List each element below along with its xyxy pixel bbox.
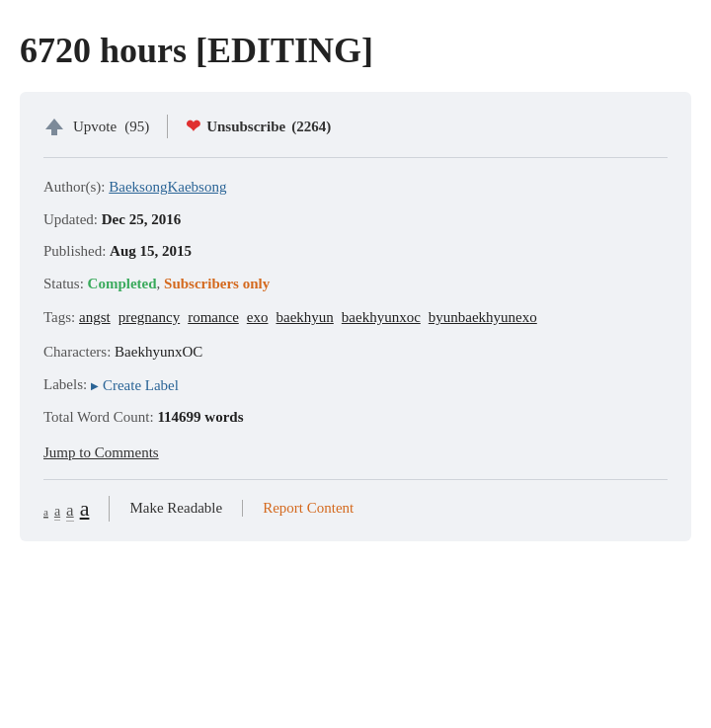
font-size-small[interactable]: a bbox=[43, 506, 48, 519]
published-label: Published: bbox=[43, 240, 106, 263]
svg-marker-0 bbox=[45, 119, 63, 135]
unsubscribe-count: (2264) bbox=[291, 119, 331, 135]
font-size-xlarge[interactable]: a bbox=[80, 496, 90, 522]
upvote-count: (95) bbox=[124, 119, 149, 135]
report-content-button[interactable]: Report Content bbox=[263, 500, 354, 517]
word-count-row: Total Word Count: 114699 words bbox=[43, 406, 668, 429]
tags-label: Tags: bbox=[43, 304, 75, 331]
upvote-icon bbox=[43, 116, 65, 137]
font-size-medium[interactable]: a bbox=[54, 504, 60, 521]
tag-byunbaekhyunexo[interactable]: byunbaekhyunexo bbox=[429, 304, 537, 331]
characters-row: Characters: BaekhyunxOC bbox=[43, 341, 668, 364]
heart-icon: ❤ bbox=[186, 116, 200, 137]
tag-baekhyun[interactable]: baekhyun bbox=[276, 304, 333, 331]
unsubscribe-button[interactable]: ❤ Unsubscribe (2264) bbox=[186, 112, 331, 141]
status-completed: Completed bbox=[88, 273, 157, 295]
jump-to-comments-container: Jump to Comments bbox=[43, 439, 668, 479]
updated-date: Dec 25, 2016 bbox=[102, 208, 181, 231]
word-count-value: 114699 words bbox=[157, 406, 243, 429]
updated-label: Updated: bbox=[43, 208, 98, 231]
labels-row: Labels: Create Label bbox=[43, 373, 668, 397]
tags-row: Tags: angst pregnancy romance exo baekhy… bbox=[43, 304, 668, 331]
author-link[interactable]: BaeksongKaebsong bbox=[109, 176, 226, 199]
status-label: Status: bbox=[43, 273, 84, 295]
published-date: Aug 15, 2015 bbox=[110, 240, 192, 263]
upvote-button[interactable]: Upvote (95) bbox=[43, 112, 149, 141]
characters-label: Characters: bbox=[43, 341, 111, 364]
word-count-label: Total Word Count: bbox=[43, 406, 154, 429]
status-row: Status: Completed, Subscribers only bbox=[43, 273, 668, 295]
unsubscribe-label: Unsubscribe bbox=[206, 119, 285, 135]
author-row: Author(s): BaeksongKaebsong bbox=[43, 176, 668, 199]
make-readable-button[interactable]: Make Readable bbox=[129, 500, 243, 517]
tag-baekhyunxoc[interactable]: baekhyunxoc bbox=[342, 304, 421, 331]
updated-row: Updated: Dec 25, 2016 bbox=[43, 208, 668, 231]
tag-pregnancy[interactable]: pregnancy bbox=[118, 304, 180, 331]
status-subscribers: Subscribers only bbox=[164, 273, 270, 295]
font-size-large[interactable]: a bbox=[66, 501, 74, 522]
page-title: 6720 hours [EDITING] bbox=[20, 30, 691, 72]
labels-label: Labels: bbox=[43, 373, 87, 396]
characters-value: BaekhyunxOC bbox=[115, 341, 202, 364]
jump-to-comments-link[interactable]: Jump to Comments bbox=[43, 445, 159, 461]
tag-romance[interactable]: romance bbox=[188, 304, 239, 331]
create-label-link[interactable]: Create Label bbox=[91, 374, 179, 397]
tag-angst[interactable]: angst bbox=[79, 304, 111, 331]
font-size-controls: a a a a bbox=[43, 496, 110, 522]
info-panel: Upvote (95) ❤ Unsubscribe (2264) Author(… bbox=[20, 92, 691, 541]
author-label: Author(s): bbox=[43, 176, 106, 199]
status-separator: , bbox=[157, 273, 165, 295]
tag-exo[interactable]: exo bbox=[247, 304, 269, 331]
action-divider bbox=[167, 115, 168, 138]
bottom-bar: a a a a Make Readable Report Content bbox=[43, 479, 668, 522]
upvote-label: Upvote bbox=[73, 119, 117, 135]
action-bar: Upvote (95) ❤ Unsubscribe (2264) bbox=[43, 112, 668, 158]
published-row: Published: Aug 15, 2015 bbox=[43, 240, 668, 263]
